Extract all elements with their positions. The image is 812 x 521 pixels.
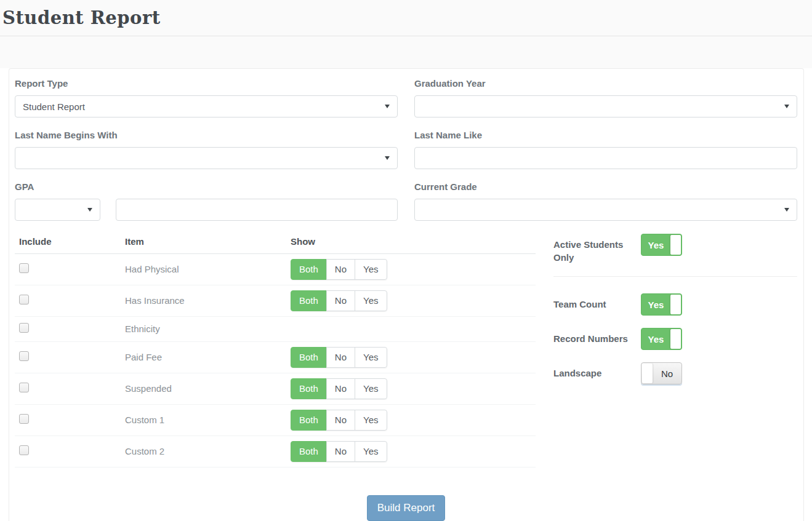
last-name-like-label: Last Name Like bbox=[414, 129, 797, 141]
option-label: Landscape bbox=[553, 362, 641, 384]
last-name-begins-label: Last Name Begins With bbox=[15, 129, 398, 141]
main-row: Include Item Show Had Physical BothNoYes… bbox=[15, 221, 797, 467]
item-label: Had Physical bbox=[125, 264, 179, 274]
switch-state-label: Yes bbox=[641, 328, 670, 349]
show-option-yes-button[interactable]: Yes bbox=[355, 290, 387, 311]
current-grade-select[interactable] bbox=[414, 199, 797, 221]
option-row: Active Students Only Yes bbox=[553, 234, 797, 264]
item-cell: Custom 2 bbox=[125, 446, 291, 457]
item-label: Ethnicity bbox=[125, 324, 160, 334]
item-cell: Paid Fee bbox=[125, 352, 291, 363]
option-switch[interactable]: No bbox=[641, 362, 682, 384]
show-option-both-button[interactable]: Both bbox=[291, 378, 327, 399]
table-row: Custom 1 BothNoYes bbox=[15, 405, 536, 436]
include-cell bbox=[15, 351, 125, 364]
item-cell: Has Insurance bbox=[125, 295, 291, 306]
option-switch[interactable]: Yes bbox=[641, 234, 682, 256]
graduation-year-select[interactable] bbox=[414, 95, 797, 117]
show-option-both-button[interactable]: Both bbox=[291, 347, 327, 368]
column-header-include: Include bbox=[15, 221, 125, 253]
column-header-item: Item bbox=[125, 221, 291, 253]
show-option-no-button[interactable]: No bbox=[326, 259, 355, 280]
include-checkbox[interactable] bbox=[19, 263, 29, 273]
report-type-select[interactable]: Student Report bbox=[15, 95, 398, 117]
show-option-no-button[interactable]: No bbox=[326, 378, 355, 399]
caret-down-icon bbox=[87, 208, 92, 212]
items-table-header: Include Item Show bbox=[15, 221, 536, 254]
current-grade-group: Current Grade bbox=[414, 169, 797, 221]
include-cell bbox=[15, 323, 125, 335]
switch-knob bbox=[670, 329, 681, 349]
show-cell: BothNoYes bbox=[291, 410, 536, 431]
option-label: Team Count bbox=[553, 293, 641, 316]
gpa-comparator-select[interactable] bbox=[15, 199, 100, 221]
switch-state-label: No bbox=[653, 363, 681, 384]
show-option-no-button[interactable]: No bbox=[326, 290, 355, 311]
switch-state-label: Yes bbox=[641, 234, 670, 255]
show-cell: BothNoYes bbox=[291, 259, 536, 280]
table-row: Had Physical BothNoYes bbox=[15, 254, 536, 285]
show-option-both-button[interactable]: Both bbox=[291, 410, 327, 431]
caret-down-icon bbox=[784, 208, 789, 212]
last-name-begins-select[interactable] bbox=[15, 147, 398, 169]
show-toggle-group: BothNoYes bbox=[291, 378, 387, 399]
item-label: Custom 1 bbox=[125, 415, 164, 425]
build-report-button[interactable]: Build Report bbox=[367, 495, 446, 521]
option-row: Record Numbers Yes bbox=[553, 328, 797, 350]
include-cell bbox=[15, 445, 125, 458]
include-checkbox[interactable] bbox=[19, 414, 29, 424]
show-toggle-group: BothNoYes bbox=[291, 410, 387, 431]
caret-down-icon bbox=[784, 105, 789, 108]
show-option-yes-button[interactable]: Yes bbox=[355, 378, 387, 399]
option-label: Active Students Only bbox=[553, 234, 641, 264]
report-type-selected-value: Student Report bbox=[23, 101, 85, 112]
show-toggle-group: BothNoYes bbox=[291, 259, 387, 280]
graduation-year-label: Graduation Year bbox=[414, 78, 797, 90]
option-switch[interactable]: Yes bbox=[641, 293, 682, 316]
item-cell: Custom 1 bbox=[125, 415, 291, 426]
include-checkbox[interactable] bbox=[19, 445, 29, 455]
table-row: Custom 2 BothNoYes bbox=[15, 436, 536, 467]
show-option-both-button[interactable]: Both bbox=[291, 441, 327, 462]
last-name-like-input[interactable] bbox=[414, 147, 797, 169]
caret-down-icon bbox=[385, 105, 390, 108]
show-option-no-button[interactable]: No bbox=[326, 441, 355, 462]
last-name-like-group: Last Name Like bbox=[414, 117, 797, 169]
gpa-group: GPA bbox=[15, 169, 398, 221]
show-option-yes-button[interactable]: Yes bbox=[355, 410, 387, 431]
options-panel: Active Students Only Yes Team Count Yes … bbox=[553, 221, 797, 397]
options-divider bbox=[553, 276, 797, 277]
option-row: Team Count Yes bbox=[553, 293, 797, 316]
switch-state-label: Yes bbox=[641, 294, 670, 315]
show-option-yes-button[interactable]: Yes bbox=[355, 259, 387, 280]
show-option-no-button[interactable]: No bbox=[326, 347, 355, 368]
include-cell bbox=[15, 295, 125, 307]
item-cell: Suspended bbox=[125, 383, 291, 394]
show-option-no-button[interactable]: No bbox=[326, 410, 355, 431]
option-row: Landscape No bbox=[553, 362, 797, 384]
include-checkbox[interactable] bbox=[19, 351, 29, 361]
show-cell: BothNoYes bbox=[291, 290, 536, 311]
include-cell bbox=[15, 414, 125, 426]
show-option-yes-button[interactable]: Yes bbox=[355, 441, 387, 462]
option-switch[interactable]: Yes bbox=[641, 328, 682, 350]
caret-down-icon bbox=[385, 156, 390, 160]
include-checkbox[interactable] bbox=[19, 323, 29, 333]
gpa-value-input[interactable] bbox=[116, 199, 398, 221]
show-cell: BothNoYes bbox=[291, 378, 536, 399]
show-option-yes-button[interactable]: Yes bbox=[355, 347, 387, 368]
include-checkbox[interactable] bbox=[19, 295, 29, 304]
show-option-both-button[interactable]: Both bbox=[291, 259, 327, 280]
include-checkbox[interactable] bbox=[19, 383, 29, 392]
title-bar: Student Report bbox=[0, 0, 812, 36]
report-type-label: Report Type bbox=[15, 78, 398, 90]
switch-knob bbox=[670, 235, 681, 255]
report-type-group: Report Type Student Report bbox=[15, 69, 398, 117]
page-header: Student Report bbox=[0, 0, 812, 68]
graduation-year-group: Graduation Year bbox=[414, 69, 797, 117]
page-title: Student Report bbox=[2, 7, 161, 28]
show-toggle-group: BothNoYes bbox=[291, 290, 387, 311]
sub-header-band bbox=[0, 36, 812, 68]
switch-knob bbox=[670, 295, 681, 314]
show-option-both-button[interactable]: Both bbox=[291, 290, 327, 311]
